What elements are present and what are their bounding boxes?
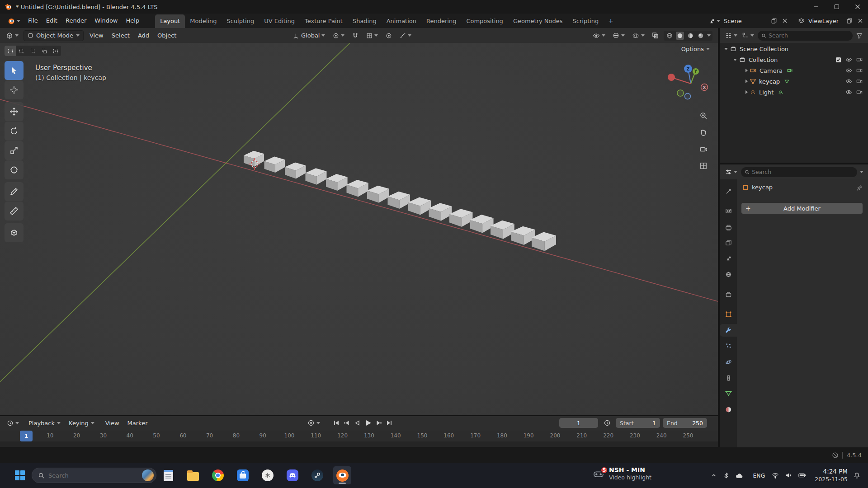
new-scene-button[interactable] — [769, 18, 778, 24]
annotate-tool[interactable] — [5, 182, 24, 201]
outliner-filter-button[interactable] — [855, 30, 863, 41]
outliner-editor-type-button[interactable] — [724, 30, 738, 41]
mode-dropdown[interactable]: Object Mode — [24, 30, 84, 41]
select-mode-set[interactable] — [5, 46, 16, 56]
properties-tab-object[interactable] — [720, 308, 737, 320]
outliner-search[interactable] — [758, 31, 853, 41]
chrome-app-button[interactable] — [209, 466, 227, 484]
snap-toggle-button[interactable] — [350, 30, 361, 41]
viewlayer-name[interactable]: ViewLayer — [808, 18, 843, 24]
move-tool[interactable] — [5, 102, 24, 121]
editor-type-button[interactable] — [4, 30, 21, 41]
pan-button[interactable] — [697, 126, 710, 139]
menu-item[interactable]: Edit — [42, 14, 61, 28]
minimize-button[interactable] — [806, 0, 826, 14]
select-mode-extend[interactable] — [16, 46, 27, 56]
shading-wireframe-button[interactable] — [665, 32, 674, 40]
workspace-tab[interactable]: Compositing — [461, 14, 508, 28]
workspace-tab[interactable]: Scripting — [568, 14, 604, 28]
microsoft-store-app-button[interactable] — [234, 466, 252, 484]
battery-button[interactable] — [795, 473, 809, 478]
collapse-arrow-icon[interactable] — [745, 90, 748, 94]
maximize-button[interactable] — [826, 0, 847, 14]
gizmos-dropdown[interactable] — [610, 30, 627, 41]
expand-arrow-icon[interactable] — [724, 48, 728, 50]
white-circle-app-button[interactable] — [259, 466, 277, 484]
blender-app-button[interactable] — [333, 466, 351, 484]
timeline-menu-item[interactable]: Marker — [124, 420, 151, 427]
viewport-menu-item[interactable]: Object — [153, 28, 180, 43]
outliner-row-camera[interactable]: Camera — [720, 65, 868, 76]
expand-arrow-icon[interactable] — [733, 59, 737, 61]
blender-menu-button[interactable] — [4, 14, 24, 28]
timeline-track-area[interactable] — [0, 441, 718, 447]
eye-icon[interactable] — [845, 89, 852, 95]
current-frame-field[interactable]: 1 — [559, 418, 598, 428]
navigation-gizmo[interactable]: Z Y X — [667, 61, 712, 106]
playhead[interactable]: 1 — [20, 431, 33, 441]
shading-solid-button[interactable] — [676, 32, 684, 40]
timeline-menu-item[interactable]: View — [102, 420, 123, 427]
properties-tab-collection[interactable] — [720, 288, 737, 300]
play-reverse-button[interactable] — [354, 419, 361, 427]
workspace-tab[interactable]: Geometry Nodes — [508, 14, 568, 28]
select-mode-invert[interactable] — [38, 46, 50, 56]
bluetooth-button[interactable] — [720, 472, 732, 479]
viewport-menu-item[interactable]: Add — [134, 28, 153, 43]
timeline-menu-item[interactable]: Keying — [65, 420, 98, 427]
search-highlight-image[interactable] — [142, 469, 154, 481]
notification-center-button[interactable] — [848, 472, 864, 479]
file-explorer-app-button[interactable] — [184, 466, 202, 484]
camera-visibility-icon[interactable] — [856, 89, 863, 95]
camera-visibility-icon[interactable] — [856, 68, 863, 73]
xray-toggle-button[interactable] — [650, 30, 661, 41]
rotate-tool[interactable] — [5, 122, 24, 141]
outliner-row-scene-collection[interactable]: Scene Collection — [720, 43, 868, 54]
properties-search[interactable] — [741, 167, 857, 177]
timeline-ruler[interactable]: 1020304050607080901001101201301401501601… — [0, 430, 718, 441]
outliner-display-mode-button[interactable] — [741, 30, 755, 41]
toggle-ortho-button[interactable] — [697, 159, 710, 173]
workspace-tab[interactable]: Sculpting — [222, 14, 259, 28]
menu-item[interactable]: Render — [61, 14, 90, 28]
camera-view-button[interactable] — [697, 142, 710, 156]
properties-tab-output[interactable] — [720, 221, 737, 234]
viewport-menu-item[interactable]: View — [85, 28, 108, 43]
volume-button[interactable] — [782, 472, 795, 479]
timeline-menu-item[interactable]: Playback — [25, 420, 64, 427]
taskbar-clock[interactable]: 4:24 PM 2025-11-05 — [815, 468, 848, 483]
eye-icon[interactable] — [845, 57, 852, 62]
pin-id-button[interactable] — [856, 185, 863, 191]
record-icon[interactable] — [307, 419, 315, 427]
previous-keyframe-button[interactable] — [343, 419, 350, 427]
input-language[interactable]: ENG — [749, 472, 769, 479]
remove-viewlayer-button[interactable] — [856, 18, 864, 23]
taskbar-search[interactable] — [32, 468, 156, 483]
add-modifier-button[interactable]: + Add Modifier — [741, 203, 863, 214]
next-keyframe-button[interactable] — [375, 419, 382, 427]
new-viewlayer-button[interactable] — [845, 18, 854, 24]
scene-browse-button[interactable] — [707, 18, 722, 24]
properties-tab-world[interactable] — [720, 268, 737, 281]
wifi-button[interactable] — [769, 472, 782, 479]
jump-to-start-button[interactable] — [333, 419, 340, 427]
eye-icon[interactable] — [845, 79, 852, 84]
snap-target-dropdown[interactable] — [330, 30, 347, 41]
measure-tool[interactable] — [5, 202, 24, 221]
hidden-icons-button[interactable] — [708, 472, 720, 479]
collapse-arrow-icon[interactable] — [745, 80, 748, 83]
properties-tab-data[interactable] — [720, 387, 737, 399]
close-button[interactable] — [847, 0, 868, 14]
properties-tab-scene[interactable] — [720, 252, 737, 264]
properties-tab-physics[interactable] — [720, 356, 737, 368]
notepad-app-button[interactable] — [159, 466, 177, 484]
timeline-editor-type-button[interactable] — [5, 418, 21, 428]
unlink-scene-button[interactable] — [781, 18, 789, 23]
play-button[interactable] — [364, 419, 372, 427]
properties-search-input[interactable] — [752, 169, 854, 175]
menu-item[interactable]: File — [24, 14, 42, 28]
menu-item[interactable]: Help — [122, 14, 144, 28]
frame-end-field[interactable]: End 250 — [663, 418, 707, 428]
workspace-tab[interactable]: UV Editing — [259, 14, 300, 28]
workspace-tab[interactable]: Texture Paint — [300, 14, 348, 28]
